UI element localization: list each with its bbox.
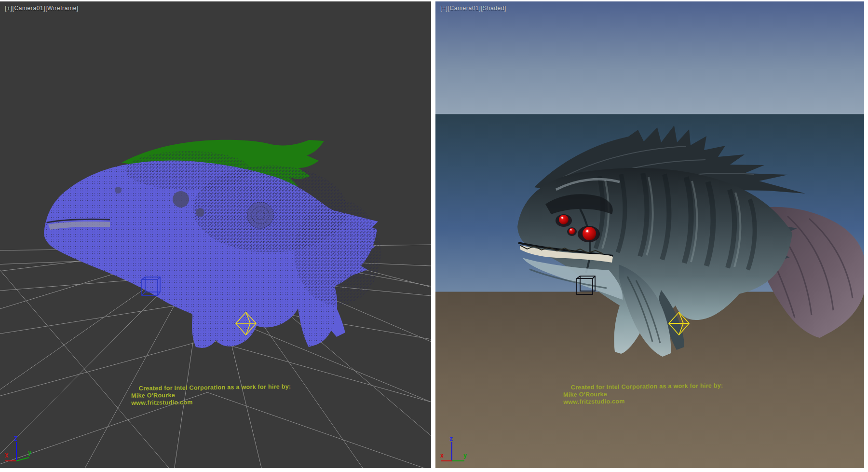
axis-x-label: x (440, 452, 444, 459)
viewport-camera01-shaded[interactable]: [+][Camera01][Shaded] (435, 1, 864, 468)
axis-z-label: z (449, 435, 453, 442)
world-axis-tripod: Z X y (0, 434, 39, 468)
viewport-label-shaded[interactable]: [+][Camera01][Shaded] (440, 5, 506, 12)
fish-model-shaded[interactable] (517, 125, 864, 357)
world-axis-tripod: z x y (435, 434, 474, 468)
axis-z-label: Z (14, 435, 17, 442)
render-annotation-text: Created for Intel Corporation as a work … (563, 382, 723, 406)
axis-x-label: X (5, 452, 9, 459)
axis-y-label: y (28, 449, 31, 456)
axis-y-label: y (463, 452, 467, 459)
viewport-label-wireframe[interactable]: [+][Camera01][Wireframe] (5, 5, 79, 12)
render-annotation-text: Created for Intel Corporation as a work … (131, 383, 291, 407)
viewport-camera01-wireframe[interactable]: [+][Camera01][Wireframe] (0, 1, 431, 468)
